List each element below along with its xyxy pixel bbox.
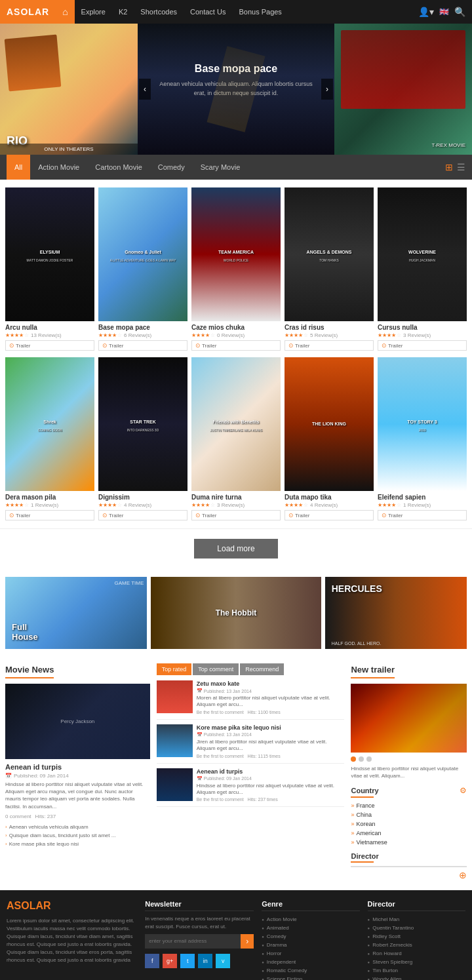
movie-title: Duta mapo tika [285,494,374,501]
list-view-icon[interactable]: ☰ [457,162,465,172]
footer-director-col: Director ●Michel Man●Quentin Tarantino●R… [368,900,465,980]
nav-shortcodes[interactable]: Shortcodes [134,0,184,24]
trailer-button[interactable]: ⊙ Trailer [191,340,281,351]
country-item[interactable]: »Vietnamese [351,838,467,847]
movie-poster[interactable]: ANGELS & DEMONS TOM HANKS [285,187,374,321]
genre-item[interactable]: ●Animated [262,924,359,932]
tr-text: Moren at libero porttitor nisi aliquet v… [197,695,345,709]
trailer-button[interactable]: ⊙ Trailer [285,340,374,351]
genre-item[interactable]: ●Horror [262,949,359,958]
movie-poster[interactable]: TEAM AMERICA WORLD POLICE [191,187,281,321]
director-item[interactable]: ●Woody Allen [368,975,465,980]
star-rating: ★★★★ [378,502,396,508]
logo-text: ASOLAR [7,7,49,17]
movie-poster[interactable]: Friends with Benefits JUSTIN TIMBERLAKE … [191,357,281,491]
nav-explore[interactable]: Explore [75,0,112,24]
movie-title: Cursus nulla [378,324,467,331]
trailer-image [351,684,467,753]
filter-comedy[interactable]: Comedy [150,155,193,180]
movie-poster[interactable]: Shrek COMING SOON [5,357,94,491]
twitter-icon[interactable]: t [180,954,195,968]
movie-stars-row: ★★★★☆ 4 Review(s) [285,502,374,508]
hero-prev-arrow[interactable]: ‹ [139,79,151,100]
nav-k2[interactable]: K2 [112,0,134,24]
trailer-button[interactable]: ⊙ Trailer [5,340,94,351]
nav-home[interactable]: ⌂ [56,0,74,24]
filter-cartoon[interactable]: Cartoon Movie [87,155,150,180]
tr-title[interactable]: Zetu maxo kate [197,680,345,687]
nav-bonus[interactable]: Bonus Pages [232,0,288,24]
footer: ASOLAR Lorem ipsum dolor sit amet, conse… [0,890,472,980]
review-count: 13 Review(s) [31,332,62,338]
tr-text: Hindsse at libero porttitor nisi aliquet… [197,783,345,796]
director-item[interactable]: ●Robert Zemeckis [368,941,465,949]
genre-item[interactable]: ●Comedy [262,932,359,941]
hero-next-arrow[interactable]: › [321,79,333,100]
director-item[interactable]: ●Michel Man [368,915,465,924]
news-link[interactable]: ›Quisque diam lacus, tincidunt justo sit… [5,831,150,840]
trailer-dot-1[interactable] [351,756,356,762]
trailer-dot-3[interactable] [366,756,372,762]
movie-grid-section: ELYSIUM MATT DAMON JODIE FOSTER Arcu nul… [0,180,472,528]
movie-poster[interactable]: STAR TREK INTO DARKNESS 3D [98,357,187,491]
director-item[interactable]: ●Quentin Tarantino [368,924,465,932]
nav-contact[interactable]: Contact Us [184,0,232,24]
director-add-icon[interactable]: ⊕ [459,870,467,880]
movie-title: Eleifend sapien [378,494,467,501]
director-item[interactable]: ●Steven Spielberg [368,958,465,966]
genre-item[interactable]: ●Romatic Comedy [262,966,359,975]
trailer-button[interactable]: ⊙ Trailer [98,510,187,520]
newsletter-email-input[interactable] [145,934,241,949]
flag-icon[interactable]: 🇬🇧 [439,7,449,16]
googleplus-icon[interactable]: g+ [163,954,177,968]
trailer-button[interactable]: ⊙ Trailer [191,510,281,520]
linkedin-icon[interactable]: in [198,954,212,968]
banner-hercules-title: HERCULES [332,583,382,594]
trailer-button[interactable]: ⊙ Trailer [5,510,94,520]
grid-view-icon[interactable]: ⊞ [445,162,453,172]
movie-poster[interactable]: Gnomeo & Juliet A LITTLE ADVENTURE GOES … [98,187,187,321]
star-rating: ★★★★ [5,332,24,338]
genre-item[interactable]: ●Action Movie [262,915,359,924]
news-link[interactable]: ›Kore mase pika site lequo nisi [5,840,150,848]
country-item[interactable]: »American [351,829,467,838]
director-item[interactable]: ●Ridley Scott [368,932,465,941]
movie-stars-row: ★★★★☆ 4 Review(s) [98,502,187,508]
movie-poster[interactable]: TOY STORY 3 2010 [378,357,467,491]
trailer-button[interactable]: ⊙ Trailer [98,340,187,351]
movie-title: Duma nire turna [191,494,281,501]
movie-poster[interactable]: ELYSIUM MATT DAMON JODIE FOSTER [5,187,94,321]
trailer-button[interactable]: ⊙ Trailer [378,340,467,351]
trailer-dot-2[interactable] [359,756,364,762]
load-more-button[interactable]: Load more [194,539,277,559]
genre-item[interactable]: ●Independent [262,958,359,966]
movie-poster[interactable]: THE LION KING [285,357,374,491]
country-item[interactable]: »France [351,801,467,810]
trailer-button[interactable]: ⊙ Trailer [285,510,374,520]
user-icon[interactable]: 👤▾ [418,7,434,17]
director-item[interactable]: ●Ron Howard [368,949,465,958]
country-item[interactable]: »China [351,810,467,819]
genre-item[interactable]: ●Dramma [262,941,359,949]
tab-recommend[interactable]: Recommend [240,663,284,675]
movie-stars-row: ★★★★☆ 13 Review(s) [5,332,94,338]
star-rating: ★★★★ [285,332,303,338]
news-link[interactable]: ›Aenean vehicula vehicula aliquam [5,823,150,831]
facebook-icon[interactable]: f [145,954,159,968]
newsletter-submit-button[interactable]: › [241,934,254,949]
tab-top-comment[interactable]: Top comment [193,663,239,675]
director-item[interactable]: ●Tim Burton [368,966,465,975]
genre-item[interactable]: ●Science Fiction [262,975,359,980]
trailer-button[interactable]: ⊙ Trailer [378,510,467,520]
tr-title[interactable]: Aenean id turpis [197,768,345,775]
search-icon[interactable]: 🔍 [454,7,465,17]
filter-action[interactable]: Action Movie [30,155,87,180]
tab-top-rated[interactable]: Top rated [157,663,192,675]
filter-all[interactable]: All [7,155,30,180]
country-item[interactable]: »Korean [351,819,467,829]
vimeo-icon[interactable]: v [216,954,230,968]
movie-poster[interactable]: WOLVERINE HUGH JACKMAN [378,187,467,321]
filter-scary[interactable]: Scary Movie [193,155,248,180]
tr-title[interactable]: Kore mase pika site lequo nisi [197,724,345,731]
country-settings-icon[interactable]: ⚙ [460,786,467,795]
